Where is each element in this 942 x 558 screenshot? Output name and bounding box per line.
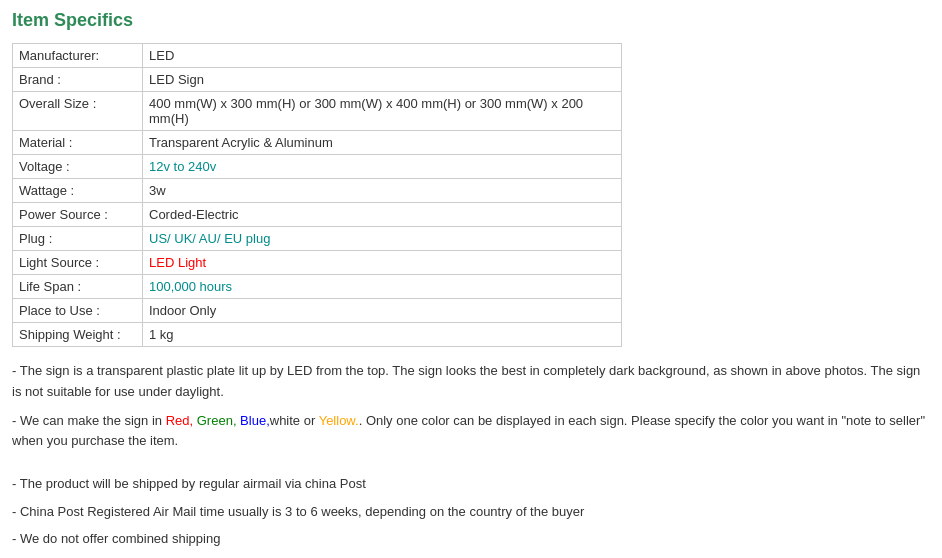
- table-cell-value: Transparent Acrylic & Aluminum: [143, 131, 622, 155]
- table-cell-value: Corded-Electric: [143, 203, 622, 227]
- table-row: Place to Use :Indoor Only: [13, 299, 622, 323]
- description-block: - The sign is a transparent plastic plat…: [12, 361, 930, 452]
- table-cell-value: 400 mm(W) x 300 mm(H) or 300 mm(W) x 400…: [143, 92, 622, 131]
- table-cell-value: 100,000 hours: [143, 275, 622, 299]
- table-cell-label: Manufacturer:: [13, 44, 143, 68]
- table-cell-label: Brand :: [13, 68, 143, 92]
- table-row: Plug :US/ UK/ AU/ EU plug: [13, 227, 622, 251]
- table-cell-label: Life Span :: [13, 275, 143, 299]
- table-row: Brand :LED Sign: [13, 68, 622, 92]
- table-cell-label: Shipping Weight :: [13, 323, 143, 347]
- table-cell-value: LED Light: [143, 251, 622, 275]
- table-cell-value: Indoor Only: [143, 299, 622, 323]
- table-row: Shipping Weight :1 kg: [13, 323, 622, 347]
- table-cell-label: Light Source :: [13, 251, 143, 275]
- table-cell-value: LED: [143, 44, 622, 68]
- table-cell-value: LED Sign: [143, 68, 622, 92]
- table-cell-value: 1 kg: [143, 323, 622, 347]
- table-cell-value: 3w: [143, 179, 622, 203]
- description-para2: - We can make the sign in Red, Green, Bl…: [12, 411, 930, 453]
- color-label: Red,: [166, 413, 193, 428]
- description-para1: - The sign is a transparent plastic plat…: [12, 361, 930, 403]
- table-cell-label: Power Source :: [13, 203, 143, 227]
- table-row: Life Span :100,000 hours: [13, 275, 622, 299]
- table-row: Power Source :Corded-Electric: [13, 203, 622, 227]
- table-row: Wattage :3w: [13, 179, 622, 203]
- table-cell-label: Overall Size :: [13, 92, 143, 131]
- color-label: Yellow.: [315, 413, 358, 428]
- table-row: Manufacturer:LED: [13, 44, 622, 68]
- table-cell-label: Material :: [13, 131, 143, 155]
- table-row: Voltage :12v to 240v: [13, 155, 622, 179]
- shipping-line: - China Post Registered Air Mail time us…: [12, 500, 930, 523]
- color-label: Blue,: [237, 413, 270, 428]
- table-row: Overall Size :400 mm(W) x 300 mm(H) or 3…: [13, 92, 622, 131]
- shipping-line: - Tracking number will be provided: [12, 554, 930, 558]
- table-cell-label: Wattage :: [13, 179, 143, 203]
- table-cell-value: 12v to 240v: [143, 155, 622, 179]
- color-label: Green,: [193, 413, 236, 428]
- table-cell-label: Voltage :: [13, 155, 143, 179]
- page-title: Item Specifics: [12, 10, 930, 31]
- table-cell-label: Plug :: [13, 227, 143, 251]
- shipping-block: - The product will be shipped by regular…: [12, 472, 930, 558]
- item-specifics-table: Manufacturer:LEDBrand :LED SignOverall S…: [12, 43, 622, 347]
- shipping-line: - We do not offer combined shipping: [12, 527, 930, 550]
- table-row: Light Source :LED Light: [13, 251, 622, 275]
- table-row: Material :Transparent Acrylic & Aluminum: [13, 131, 622, 155]
- shipping-line: - The product will be shipped by regular…: [12, 472, 930, 495]
- table-cell-value: US/ UK/ AU/ EU plug: [143, 227, 622, 251]
- table-cell-label: Place to Use :: [13, 299, 143, 323]
